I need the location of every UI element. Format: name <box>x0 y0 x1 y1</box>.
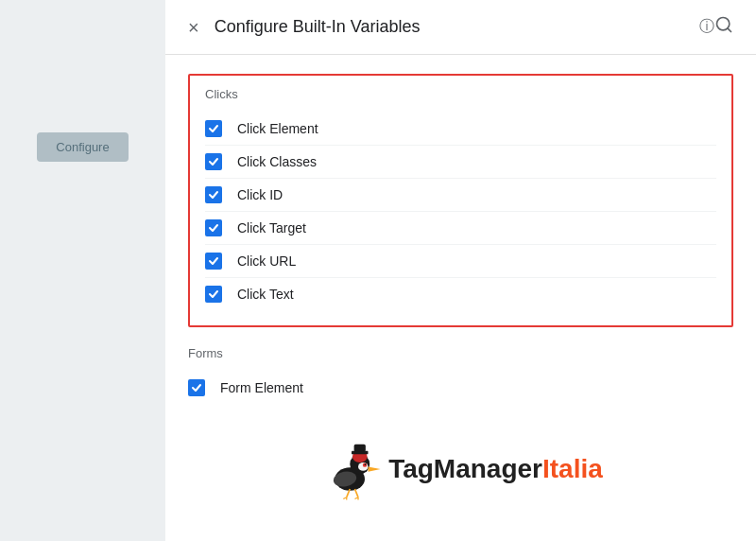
click-id-label: Click ID <box>237 187 283 202</box>
sidebar: Configure <box>0 0 165 541</box>
click-url-row[interactable]: Click URL <box>205 245 716 278</box>
svg-line-11 <box>355 489 359 497</box>
form-element-row[interactable]: Form Element <box>188 372 733 404</box>
svg-point-7 <box>365 463 367 465</box>
click-text-label: Click Text <box>237 287 294 302</box>
svg-line-1 <box>728 28 731 32</box>
click-text-row[interactable]: Click Text <box>205 278 716 310</box>
panel-header: × Configure Built-In Variables ⓘ <box>165 0 756 55</box>
click-target-label: Click Target <box>237 220 306 236</box>
main-panel: × Configure Built-In Variables ⓘ Clicks … <box>165 0 756 541</box>
click-element-label: Click Element <box>237 121 318 136</box>
close-button[interactable]: × <box>188 18 199 37</box>
panel-content: Clicks Click Element Click Classes <box>165 55 756 541</box>
click-id-checkbox[interactable] <box>205 186 222 203</box>
forms-section: Forms Form Element <box>188 346 733 419</box>
panel-title: Configure Built-In Variables <box>215 17 692 37</box>
click-text-checkbox[interactable] <box>205 286 222 303</box>
brand-name-black: TagManager <box>388 454 542 483</box>
svg-marker-8 <box>369 466 381 471</box>
help-icon[interactable]: ⓘ <box>699 17 714 37</box>
form-element-label: Form Element <box>220 380 303 395</box>
search-button[interactable] <box>714 15 733 39</box>
click-id-row[interactable]: Click ID <box>205 179 716 212</box>
clicks-section-label: Clicks <box>205 87 716 101</box>
brand-name-orange: Italia <box>542 454 603 483</box>
click-classes-row[interactable]: Click Classes <box>205 146 716 179</box>
svg-rect-17 <box>354 445 366 452</box>
click-classes-label: Click Classes <box>237 154 317 169</box>
click-url-label: Click URL <box>237 253 296 269</box>
bird-logo <box>318 436 385 502</box>
click-classes-checkbox[interactable] <box>205 153 222 170</box>
brand-name: TagManagerItalia <box>388 454 603 484</box>
clicks-section: Clicks Click Element Click Classes <box>188 74 733 327</box>
click-url-checkbox[interactable] <box>205 253 222 270</box>
form-element-checkbox[interactable] <box>188 379 205 396</box>
click-element-row[interactable]: Click Element <box>205 113 716 146</box>
forms-section-label: Forms <box>188 346 733 360</box>
click-element-checkbox[interactable] <box>205 120 222 137</box>
click-target-row[interactable]: Click Target <box>205 212 716 245</box>
configure-button[interactable]: Configure <box>37 132 128 162</box>
click-target-checkbox[interactable] <box>205 219 222 236</box>
branding-area: TagManagerItalia <box>188 427 733 512</box>
